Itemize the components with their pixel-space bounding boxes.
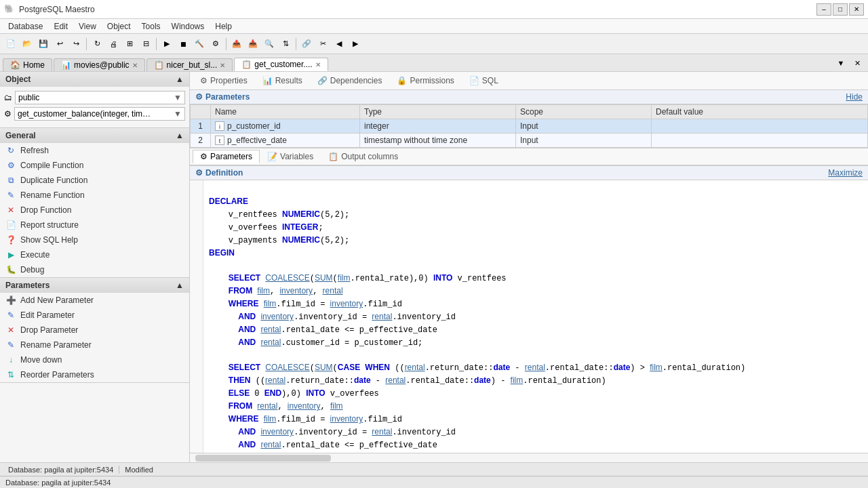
tab-nicer[interactable]: 📋 nicer_but_sl... ✕ — [146, 58, 233, 71]
menu-database[interactable]: Database — [3, 20, 48, 33]
table-row[interactable]: 2 t p_effective_date timestamp without t… — [191, 134, 868, 148]
tab-home[interactable]: 🏠 Home — [3, 58, 52, 71]
row-num-2: 2 — [191, 134, 211, 148]
menu-tools[interactable]: Tools — [136, 20, 166, 33]
main-content: Object ▲ 🗂 public ▼ ⚙ get_customer_balan… — [0, 72, 868, 462]
hscroll-thumb[interactable] — [195, 455, 331, 462]
tb-grid[interactable]: ⊞ — [122, 37, 137, 52]
parameters-header[interactable]: Parameters ▲ — [0, 278, 189, 293]
toolbar-sep-4 — [296, 38, 296, 50]
inner-tab-parameters[interactable]: ⚙ Parameters — [193, 150, 260, 163]
tb-build[interactable]: 🔨 — [192, 37, 207, 52]
row-type-1: integer — [360, 119, 516, 134]
tb-redo[interactable]: ↪ — [68, 37, 83, 52]
menu-view[interactable]: View — [73, 20, 102, 33]
inner-tab-variables[interactable]: 📝 Variables — [260, 150, 321, 163]
tb-open[interactable]: 📂 — [20, 37, 35, 52]
sub-tab-sql[interactable]: 📄 SQL — [462, 73, 506, 88]
menu-execute[interactable]: ▶ Execute — [0, 247, 189, 262]
tb-run[interactable]: ▶ — [159, 37, 174, 52]
maximize-btn[interactable]: □ — [833, 3, 848, 16]
sub-tab-properties[interactable]: ⚙ Properties — [193, 73, 255, 88]
sub-tab-results[interactable]: 📊 Results — [255, 73, 310, 88]
menu-debug[interactable]: 🐛 Debug — [0, 262, 189, 277]
tb-undo[interactable]: ↩ — [52, 37, 67, 52]
parameters-menu: ➕ Add New Parameter ✎ Edit Parameter ✕ D… — [0, 293, 189, 382]
tb-filter[interactable]: 🔍 — [262, 37, 277, 52]
move-down-label: Move down — [20, 355, 62, 365]
tab-scroll-right[interactable]: ▼ — [833, 56, 848, 70]
menu-rename-param[interactable]: ✎ Rename Parameter — [0, 338, 189, 352]
menu-drop-param[interactable]: ✕ Drop Parameter — [0, 323, 189, 338]
menu-drop[interactable]: ✕ Drop Function — [0, 203, 189, 218]
tb-build2[interactable]: ⚙ — [208, 37, 223, 52]
tab-close-all[interactable]: ✕ — [850, 56, 865, 70]
menu-reorder[interactable]: ⇅ Reorder Parameters — [0, 367, 189, 382]
menu-show-sql[interactable]: ❓ Show SQL Help — [0, 232, 189, 247]
tab-get-close[interactable]: ✕ — [315, 61, 321, 68]
menu-bar: Database Edit View Object Tools Windows … — [0, 19, 868, 34]
params-title: ⚙ Parameters — [195, 92, 250, 102]
schema-dropdown[interactable]: public ▼ — [15, 91, 185, 104]
horizontal-scrollbar[interactable] — [190, 453, 868, 462]
parameters-section: Parameters ▲ ➕ Add New Parameter ✎ Edit … — [0, 278, 189, 383]
function-dropdown[interactable]: get_customer_balance(integer, timestamp … — [14, 107, 185, 121]
tb-new[interactable]: 📄 — [3, 37, 18, 52]
menu-move-down[interactable]: ↓ Move down — [0, 352, 189, 367]
tab-movies[interactable]: 📊 movies@public ✕ — [54, 58, 145, 71]
code-editor[interactable]: DECLARE v_rentfees NUMERIC(5,2); v_overf… — [190, 180, 868, 453]
tb-connect[interactable]: 🔗 — [299, 37, 314, 52]
menu-help[interactable]: Help — [210, 20, 237, 33]
tab-movies-close[interactable]: ✕ — [132, 62, 138, 69]
col-default: Default value — [652, 105, 868, 119]
left-panel: Object ▲ 🗂 public ▼ ⚙ get_customer_balan… — [0, 72, 190, 462]
object-header[interactable]: Object ▲ — [0, 72, 189, 87]
tb-stop[interactable]: ⏹ — [176, 37, 191, 52]
sub-tab-dependencies[interactable]: 🔗 Dependencies — [310, 73, 390, 88]
definition-title: ⚙ Definition — [195, 168, 243, 178]
menu-compile[interactable]: ⚙ Compile Function — [0, 158, 189, 173]
tab-nicer-close[interactable]: ✕ — [220, 62, 225, 69]
menu-report[interactable]: 📄 Report structure — [0, 218, 189, 232]
tb-print[interactable]: 🖨 — [106, 37, 121, 52]
minimize-btn[interactable]: – — [816, 3, 831, 16]
close-btn[interactable]: ✕ — [849, 3, 864, 16]
sub-tab-permissions[interactable]: 🔒 Permissions — [389, 73, 461, 88]
tb-export[interactable]: 📤 — [229, 37, 244, 52]
tab-get-icon: 📋 — [241, 60, 252, 69]
menu-windows[interactable]: Windows — [166, 20, 210, 33]
menu-duplicate[interactable]: ⧉ Duplicate Function — [0, 173, 189, 188]
row-type-2: timestamp without time zone — [360, 134, 516, 148]
general-menu: ↻ Refresh ⚙ Compile Function ⧉ Duplicate… — [0, 143, 189, 277]
sql-help-label: Show SQL Help — [20, 235, 78, 245]
code-content[interactable]: DECLARE v_rentfees NUMERIC(5,2); v_overf… — [203, 180, 868, 453]
tb-disconnect[interactable]: ✂ — [315, 37, 330, 52]
tb-forward[interactable]: ▶ — [348, 37, 363, 52]
menu-rename[interactable]: ✎ Rename Function — [0, 188, 189, 203]
table-row[interactable]: 1 i p_customer_id integer Input — [191, 119, 868, 134]
rename-param-label: Rename Parameter — [20, 340, 92, 350]
menu-edit-param[interactable]: ✎ Edit Parameter — [0, 308, 189, 323]
tb-refresh[interactable]: ↻ — [90, 37, 104, 52]
menu-object[interactable]: Object — [102, 20, 136, 33]
inner-tab-output[interactable]: 📋 Output columns — [321, 150, 406, 163]
hide-button[interactable]: Hide — [846, 92, 863, 102]
sql-help-icon: ❓ — [5, 235, 16, 245]
tb-grid2[interactable]: ⊟ — [138, 37, 153, 52]
tb-back[interactable]: ◀ — [332, 37, 347, 52]
general-header[interactable]: General ▲ — [0, 128, 189, 143]
tab-nicer-icon: 📋 — [154, 60, 164, 70]
tb-import[interactable]: 📥 — [245, 37, 260, 52]
tb-save[interactable]: 💾 — [36, 37, 51, 52]
parameters-header-label: Parameters — [5, 281, 50, 290]
tab-get-customer[interactable]: 📋 get_customer.... ✕ — [234, 58, 328, 71]
tab-get-label: get_customer.... — [254, 60, 312, 69]
menu-refresh[interactable]: ↻ Refresh — [0, 143, 189, 158]
menu-add-param[interactable]: ➕ Add New Parameter — [0, 293, 189, 308]
app-icon: 🐘 — [4, 4, 15, 15]
col-type: Type — [360, 105, 516, 119]
tb-sort[interactable]: ⇅ — [278, 37, 293, 52]
maximize-button[interactable]: Maximize — [828, 168, 863, 178]
properties-icon: ⚙ — [200, 76, 208, 85]
menu-edit[interactable]: Edit — [48, 20, 73, 33]
